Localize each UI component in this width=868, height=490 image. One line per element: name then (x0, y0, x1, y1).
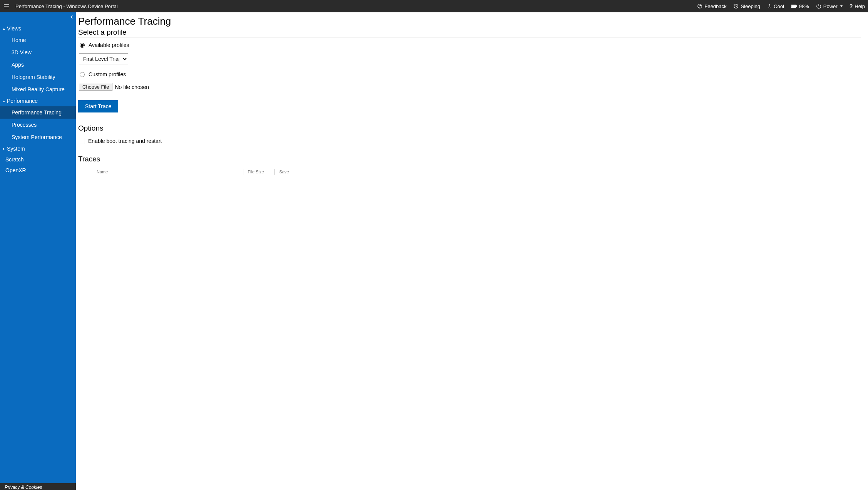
nav-group-system[interactable]: ▸ System (0, 143, 76, 154)
power-icon (816, 3, 821, 9)
battery-status[interactable]: 98% (791, 3, 809, 9)
svg-point-2 (701, 5, 701, 6)
feedback-label: Feedback (704, 3, 726, 9)
nav-group-views[interactable]: ▴ Views (0, 23, 76, 34)
hamburger-menu-icon[interactable] (3, 3, 10, 9)
col-name[interactable]: Name (78, 169, 244, 175)
radio-available-label: Available profiles (89, 42, 129, 48)
svg-rect-5 (796, 6, 796, 7)
triangle-down-icon: ▴ (3, 27, 6, 30)
nav-item-3d-view[interactable]: 3D View (0, 46, 76, 59)
help-button[interactable]: ? Help (850, 3, 865, 9)
nav-item-openxr[interactable]: OpenXR (0, 165, 76, 176)
section-options: Options (78, 124, 861, 133)
checkbox-boot-label: Enable boot tracing and restart (88, 138, 162, 144)
section-select-profile: Select a profile (78, 28, 861, 37)
nav-item-home[interactable]: Home (0, 34, 76, 46)
nav-item-processes[interactable]: Processes (0, 119, 76, 131)
radio-available-profiles[interactable] (80, 43, 85, 48)
radio-custom-label: Custom profiles (89, 71, 126, 77)
checkbox-boot-tracing[interactable] (79, 138, 85, 144)
collapse-sidebar-button[interactable] (70, 15, 74, 20)
file-chooser-row: Choose File No file chosen (79, 83, 861, 91)
profile-select[interactable]: First Level Triage (79, 54, 128, 64)
svg-point-1 (699, 5, 699, 6)
boot-tracing-row: Enable boot tracing and restart (79, 138, 861, 144)
section-traces: Traces (78, 155, 861, 164)
nav-item-system-performance[interactable]: System Performance (0, 131, 76, 143)
triangle-right-icon: ▸ (3, 147, 6, 151)
nav-item-mixed-reality-capture[interactable]: Mixed Reality Capture (0, 83, 76, 96)
thermal-status[interactable]: Cool (767, 3, 784, 9)
thermometer-icon (767, 3, 772, 9)
choose-file-button[interactable]: Choose File (79, 83, 112, 91)
history-icon (733, 3, 739, 9)
sleeping-label: Sleeping (741, 3, 760, 9)
nav-group-performance[interactable]: ▴ Performance (0, 96, 76, 106)
start-trace-button[interactable]: Start Trace (78, 100, 118, 112)
file-chosen-label: No file chosen (115, 84, 149, 90)
topbar-right: Feedback Sleeping Cool 98% Power (697, 3, 865, 9)
nav-group-label: Performance (7, 98, 38, 104)
topbar: Performance Tracing - Windows Device Por… (0, 0, 868, 12)
triangle-down-icon: ▴ (3, 99, 6, 103)
nav-group-label: Views (7, 25, 21, 32)
nav-item-performance-tracing[interactable]: Performance Tracing (0, 106, 76, 119)
nav-item-scratch[interactable]: Scratch (0, 154, 76, 165)
col-save[interactable]: Save (274, 169, 861, 175)
help-icon: ? (850, 3, 853, 9)
sleeping-status[interactable]: Sleeping (733, 3, 760, 9)
feedback-button[interactable]: Feedback (697, 3, 726, 9)
power-label: Power (823, 3, 838, 9)
radio-available-row: Available profiles (80, 42, 861, 48)
radio-custom-row: Custom profiles (80, 71, 861, 77)
radio-custom-profiles[interactable] (80, 72, 85, 77)
window-title: Performance Tracing - Windows Device Por… (15, 3, 118, 9)
svg-rect-4 (792, 5, 795, 7)
thermal-label: Cool (774, 3, 784, 9)
feedback-icon (697, 3, 702, 9)
privacy-link[interactable]: Privacy & Cookies (0, 483, 76, 490)
nav-item-apps[interactable]: Apps (0, 59, 76, 71)
chevron-down-icon (840, 5, 843, 7)
battery-icon (791, 4, 797, 8)
page-title: Performance Tracing (78, 15, 861, 27)
sidebar: ▴ Views Home 3D View Apps Hologram Stabi… (0, 12, 76, 490)
svg-point-0 (698, 4, 702, 8)
traces-table: Name File Size Save (78, 169, 861, 175)
battery-label: 98% (799, 3, 809, 9)
nav-group-label: System (7, 146, 25, 152)
topbar-left: Performance Tracing - Windows Device Por… (3, 3, 118, 9)
col-file-size[interactable]: File Size (244, 169, 274, 175)
power-button[interactable]: Power (816, 3, 843, 9)
main-content: Performance Tracing Select a profile Ava… (76, 12, 868, 490)
sidebar-nav: ▴ Views Home 3D View Apps Hologram Stabi… (0, 12, 76, 483)
help-label: Help (855, 3, 865, 9)
nav-item-hologram-stability[interactable]: Hologram Stability (0, 71, 76, 83)
